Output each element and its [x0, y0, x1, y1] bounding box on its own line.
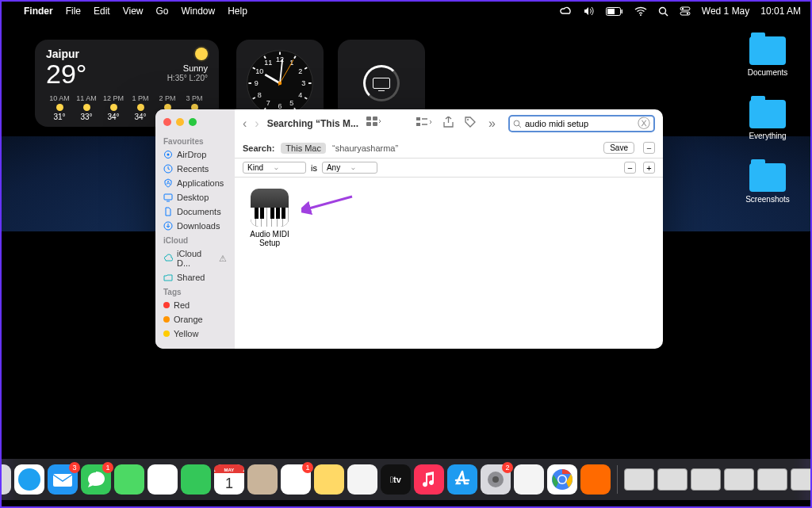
nav-back-button[interactable]: ‹: [243, 116, 247, 131]
window-title: Searching “This M...: [267, 118, 358, 129]
tags-button[interactable]: [465, 116, 476, 131]
dock-slack[interactable]: [514, 464, 544, 495]
svg-text:4: 4: [298, 91, 302, 99]
dock-reminders[interactable]: 1: [281, 464, 311, 495]
dock-contacts[interactable]: [247, 464, 278, 495]
svg-text:3: 3: [301, 79, 305, 87]
svg-rect-6: [680, 7, 690, 10]
menu-go[interactable]: Go: [156, 6, 169, 17]
sidebar-tag-orange[interactable]: Orange: [155, 312, 235, 327]
sidebar-item-recents[interactable]: Recents: [155, 162, 235, 176]
weather-condition: Sunny H:35° L:20°: [167, 48, 208, 82]
svg-point-3: [640, 14, 642, 16]
dock-messages[interactable]: 1: [81, 464, 111, 495]
creative-cloud-icon[interactable]: [560, 6, 573, 16]
volume-icon[interactable]: [584, 6, 595, 16]
menu-time[interactable]: 10:01 AM: [760, 6, 801, 17]
dock-notes[interactable]: [314, 464, 344, 495]
nav-forward-button[interactable]: ›: [255, 116, 259, 131]
dock-facetime[interactable]: [181, 464, 211, 495]
dock-safari[interactable]: [14, 464, 44, 495]
sidebar-item-documents[interactable]: Documents: [155, 204, 235, 219]
svg-rect-8: [680, 12, 690, 15]
window-close-button[interactable]: [163, 118, 171, 126]
menu-help[interactable]: Help: [228, 6, 247, 17]
dock-minimized-window-2[interactable]: [657, 464, 688, 495]
scope-this-mac[interactable]: This Mac: [281, 143, 326, 154]
window-zoom-button[interactable]: [189, 118, 197, 126]
dock-photos[interactable]: [147, 464, 178, 495]
dock-mail[interactable]: 3: [48, 464, 78, 495]
menu-edit[interactable]: Edit: [94, 6, 110, 17]
dock-calendar[interactable]: MAY1: [214, 464, 244, 495]
dock-minimized-window-1[interactable]: [624, 464, 654, 495]
menu-window[interactable]: Window: [182, 6, 216, 17]
group-button[interactable]: [416, 116, 432, 131]
dock-maps[interactable]: [114, 464, 144, 495]
svg-rect-43: [164, 194, 172, 200]
save-search-button[interactable]: Save: [603, 142, 634, 154]
app-menu[interactable]: Finder: [24, 6, 53, 17]
sidebar-item-applications[interactable]: AApplications: [155, 176, 235, 190]
clear-search-button[interactable]: ⓧ: [638, 116, 650, 132]
search-field[interactable]: ⓧ: [508, 115, 655, 132]
wifi-icon[interactable]: [634, 6, 647, 16]
dock-appstore[interactable]: [447, 464, 477, 495]
weather-hour: 11 AM33°: [73, 94, 100, 121]
dock-separator: [617, 465, 618, 494]
desktop-folder-documents[interactable]: Documents: [741, 36, 795, 77]
sidebar-item-icloud-0[interactable]: iCloud D...⚠︎: [155, 246, 235, 270]
svg-text:1: 1: [225, 476, 233, 491]
filter-op: is: [311, 163, 317, 173]
svg-rect-47: [373, 116, 377, 120]
search-scope-bar: Search: This Mac “shauryasharma” Save −: [235, 138, 663, 159]
filter-add-button[interactable]: +: [643, 162, 655, 174]
dock-snagit[interactable]: [580, 464, 611, 495]
dock-music[interactable]: [414, 464, 444, 495]
weather-hour: 1 PM34°: [127, 94, 154, 121]
weather-hour: 10 AM31°: [46, 94, 73, 121]
window-minimize-button[interactable]: [176, 118, 184, 126]
remove-filter-button[interactable]: −: [643, 142, 655, 154]
sidebar-item-icloud-1[interactable]: Shared: [155, 270, 235, 285]
svg-line-57: [306, 197, 352, 209]
folder-icon: [749, 36, 786, 65]
svg-line-5: [665, 13, 668, 16]
spotlight-icon[interactable]: [658, 6, 668, 17]
filter-value-select[interactable]: Any: [322, 162, 377, 174]
svg-point-4: [659, 7, 665, 13]
filter-attribute-select[interactable]: Kind: [243, 162, 306, 174]
menu-file[interactable]: File: [66, 6, 81, 17]
sidebar-tag-red[interactable]: Red: [155, 298, 235, 312]
sidebar-item-downloads[interactable]: Downloads: [155, 219, 235, 233]
dock-minimized-window-5[interactable]: [757, 464, 787, 495]
view-icons-button[interactable]: [366, 116, 381, 131]
scope-user[interactable]: “shauryasharma”: [332, 143, 398, 153]
result-audio-midi-setup[interactable]: Audio MIDI Setup: [246, 189, 293, 247]
dock-launchpad[interactable]: [0, 464, 11, 495]
filter-remove-button[interactable]: −: [624, 162, 636, 174]
dock-freeform[interactable]: [347, 464, 377, 495]
dock-minimized-window-4[interactable]: [724, 464, 754, 495]
sun-icon: [195, 48, 208, 60]
control-center-icon[interactable]: [680, 6, 691, 16]
toolbar-overflow-button[interactable]: »: [488, 116, 496, 131]
sidebar-tag-yellow[interactable]: Yellow: [155, 327, 235, 341]
share-button[interactable]: [443, 116, 454, 132]
sidebar-item-desktop[interactable]: Desktop: [155, 190, 235, 204]
menu-view[interactable]: View: [123, 6, 144, 17]
dock-minimized-window-6[interactable]: [791, 464, 812, 495]
desktop-folder-screenshots[interactable]: Screenshots: [741, 163, 795, 204]
battery-icon[interactable]: [606, 7, 623, 16]
folder-icon: [749, 100, 786, 128]
dock-tv[interactable]: tv: [381, 464, 411, 495]
desktop-folder-everything[interactable]: Everything: [741, 100, 795, 140]
search-input[interactable]: [525, 119, 634, 128]
dock-minimized-window-3[interactable]: [691, 464, 721, 495]
dock-settings[interactable]: 2: [481, 464, 511, 495]
search-results: Audio MIDI Setup: [235, 178, 663, 349]
sidebar-item-airdrop[interactable]: AirDrop: [155, 147, 235, 162]
menu-date[interactable]: Wed 1 May: [702, 6, 749, 17]
finder-sidebar: Favourites AirDropRecentsAApplicationsDe…: [155, 109, 235, 349]
dock-chrome[interactable]: [547, 464, 577, 495]
